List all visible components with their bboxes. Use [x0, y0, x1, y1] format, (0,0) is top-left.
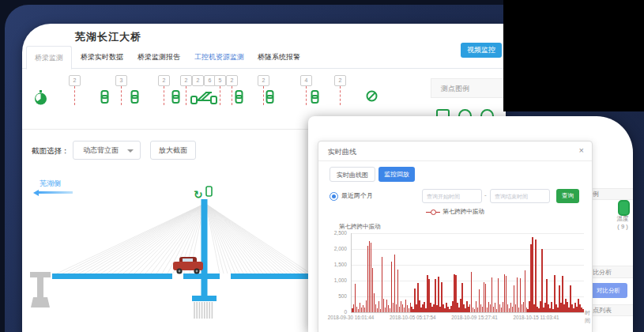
chain-link-icon: [266, 90, 274, 104]
gridline: [352, 265, 584, 266]
chart-legend[interactable]: 第七跨跨中振动: [318, 208, 592, 216]
sensor-count-badge: 4: [300, 75, 312, 86]
gridline: [352, 233, 584, 234]
sensor-count-badge: 5: [214, 75, 226, 86]
sensor-count-badge: 2: [192, 75, 204, 86]
chain-link-icon[interactable]: [235, 90, 243, 104]
sensor-dash-line: [340, 86, 341, 105]
y-tick-label: 1,000: [318, 277, 347, 283]
black-masked-area: [503, 0, 644, 111]
sensor-strip: 23222652242: [22, 24, 506, 119]
ban-icon: [366, 90, 378, 102]
sensor-dash-line: [121, 86, 122, 105]
sensor-count-badge: 2: [334, 75, 346, 86]
chart-bar: [525, 270, 526, 312]
chain-link-icon[interactable]: [130, 90, 139, 104]
bridge-truss-icon: [190, 90, 217, 105]
radio-last-two-months[interactable]: [330, 192, 338, 201]
y-tick-label: 0: [318, 309, 347, 315]
sensor-count-badge: 2: [69, 75, 81, 86]
dialog-title: 实时曲线: [328, 147, 356, 157]
chain-link-icon: [100, 90, 109, 104]
sensor-count-badge: 2: [226, 75, 238, 86]
dialog-tab-realtime-curve[interactable]: 实时曲线图: [330, 167, 375, 182]
y-tick-label: 2,500: [318, 230, 347, 236]
sensor-dash-line: [306, 86, 307, 105]
bridge-pylon: [201, 199, 208, 297]
legend-panel-header: 测点图例: [431, 78, 505, 98]
query-button[interactable]: 查询: [556, 189, 579, 203]
gridline: [352, 296, 584, 297]
dialog-header: 实时曲线 ×: [318, 141, 592, 161]
chart-bar: [532, 237, 533, 312]
sensor-dash-line: [220, 86, 220, 105]
car-illustration: [173, 257, 203, 274]
section-select-dropdown[interactable]: 动态背立面: [73, 141, 141, 160]
chart-x-axis-name: 时间: [585, 309, 592, 325]
chain-link-icon[interactable]: [311, 90, 319, 104]
sensor-count-badge: 3: [115, 75, 127, 86]
chart-bar: [541, 249, 543, 312]
detail-page: 图例 温度 ( 9 ) 对比分析 对比分析 测点列表 实时曲线 × 实时曲线图 …: [308, 116, 633, 332]
y-tick-label: 1,500: [318, 262, 347, 267]
chain-link-icon: [311, 90, 319, 104]
chart-plot-area: [351, 233, 584, 313]
y-tick-label: 2,000: [318, 246, 347, 251]
chart-bar: [582, 309, 584, 312]
x-tick-label: 2018-09-30 16:01:44: [328, 315, 374, 320]
bridge-pier-hatch: [194, 302, 212, 319]
pylon-sensor-icon: [206, 187, 212, 196]
chain-link-icon[interactable]: [100, 90, 109, 104]
zoom-section-button[interactable]: 放大截面: [150, 141, 196, 160]
section-select-label: 截面选择：: [32, 146, 70, 157]
x-tick-label: 2018-10-09 15:27:41: [451, 315, 497, 320]
dialog-tab-monitor-playback[interactable]: 监控回放: [378, 167, 415, 182]
temperature-icon: [618, 200, 630, 216]
sensor-dash-line: [232, 86, 232, 105]
chain-link-icon[interactable]: [171, 90, 180, 104]
chevron-down-icon: [127, 149, 134, 153]
bridge-elevation-drawing: ↻: [24, 172, 310, 330]
bridge-abutment: [30, 272, 51, 307]
stopwatch-icon: [34, 90, 47, 106]
x-tick-label: 2018-10-15 11:03:41: [514, 315, 559, 320]
sensor-dash-line: [263, 86, 264, 105]
temperature-count: ( 9 ): [607, 223, 638, 230]
chain-link-icon: [171, 90, 180, 104]
sensor-dash-line: [186, 86, 186, 105]
realtime-curve-dialog: 实时曲线 × 实时曲线图 监控回放 最近两个月 - 查询 第七跨跨中振动 第七跨…: [318, 141, 593, 332]
gridline: [352, 249, 584, 250]
x-tick-label: 2018-10-05 05:17:54: [390, 315, 435, 320]
y-tick-label: 500: [318, 293, 347, 299]
compare-analysis-button[interactable]: 对比分析: [589, 283, 627, 298]
chain-link-icon[interactable]: [266, 90, 274, 104]
bridge-truss-icon[interactable]: [190, 90, 217, 105]
radio-label: 最近两个月: [341, 191, 373, 200]
date-range-separator: -: [484, 191, 487, 198]
sensor-count-badge: 2: [158, 75, 170, 86]
legend-marker-icon: [426, 209, 440, 215]
sensor-count-badge: 2: [180, 75, 192, 86]
close-icon[interactable]: ×: [579, 145, 584, 155]
stopwatch-icon[interactable]: [34, 90, 47, 106]
chart-bar: [471, 272, 473, 312]
sensor-count-badge: 2: [258, 75, 269, 86]
chart-bar: [535, 240, 537, 312]
chain-link-icon: [130, 90, 139, 104]
section-select-value: 动态背立面: [83, 146, 119, 154]
start-time-input[interactable]: [422, 189, 482, 203]
end-time-input[interactable]: [490, 189, 550, 203]
gridline: [352, 281, 584, 281]
chain-link-icon: [235, 90, 243, 104]
refresh-icon: ↻: [194, 188, 203, 201]
temperature-label: 温度: [607, 215, 638, 223]
sensor-dash-line: [164, 86, 164, 105]
ban-icon[interactable]: [366, 90, 378, 102]
sensor-dash-line: [74, 86, 75, 105]
